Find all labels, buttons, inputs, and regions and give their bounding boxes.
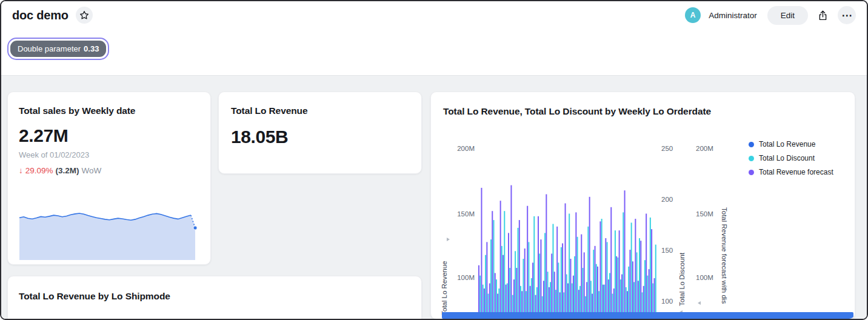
left-axis-tick: 100M <box>448 274 475 281</box>
kpi-card-total-lo-revenue[interactable]: Total Lo Revenue 18.05B <box>218 92 422 174</box>
edit-button[interactable]: Edit <box>767 6 808 25</box>
left-axis-title: Total Lo Revenue <box>441 245 448 315</box>
delta-absolute: (3.2M) <box>56 166 79 175</box>
right-axis-tick: 200M <box>696 145 713 152</box>
legend-item[interactable]: Total Lo Revenue <box>749 140 833 148</box>
axis-pan-icon[interactable] <box>447 238 450 241</box>
right-axis-title: Total Revenue forecast with dis <box>721 207 728 319</box>
mid-axis-tick: 250 <box>661 145 673 152</box>
kpi-subtitle: Week of 01/02/2023 <box>19 150 199 159</box>
dashboard-window: doc demo A Administrator Edit ⋯ <box>0 0 868 320</box>
combo-bars-svg <box>478 128 656 319</box>
legend-dot-forecast <box>749 170 754 175</box>
delta-down-arrow-icon: ↓ <box>19 166 23 175</box>
share-icon <box>817 10 829 21</box>
sales-sparkline-chart <box>19 210 202 260</box>
chart-legend: Total Lo Revenue Total Lo Discount Total… <box>749 140 833 182</box>
combo-chart-card[interactable]: Total Lo Revenue, Total Lo Discount by W… <box>430 92 855 319</box>
mid-axis-tick: 100 <box>661 298 673 305</box>
document-title: doc demo <box>12 8 68 22</box>
axis-pan-icon[interactable] <box>698 301 701 305</box>
mid-axis-tick: 150 <box>661 247 673 254</box>
chart-horizontal-scrollbar[interactable] <box>442 312 853 319</box>
shipmode-chart-card[interactable]: Total Lo Revenue by Lo Shipmode <box>7 276 422 320</box>
parameter-bar: Double parameter 0.33 <box>1 29 867 75</box>
kpi-value: 18.05B <box>231 127 409 147</box>
delta-period: WoW <box>82 166 102 175</box>
dashboard-canvas: Total sales by Weekly date 2.27M Week of… <box>1 75 867 319</box>
legend-dot-revenue <box>749 142 754 147</box>
right-axis-tick: 100M <box>696 274 713 281</box>
delta-percent: 29.09% <box>25 166 53 175</box>
more-button[interactable]: ⋯ <box>838 6 856 24</box>
legend-label: Total Lo Discount <box>759 154 815 162</box>
app-header: doc demo A Administrator Edit ⋯ <box>1 1 867 29</box>
legend-dot-discount <box>749 156 754 161</box>
card-title: Total sales by Weekly date <box>19 105 199 116</box>
kpi-delta: ↓ 29.09% (3.2M) WoW <box>19 166 199 175</box>
mid-axis-title: Total Lo Discount <box>678 242 686 306</box>
share-button[interactable] <box>816 8 830 22</box>
mid-axis-tick: 200 <box>661 196 673 203</box>
card-title: Total Lo Revenue by Lo Shipmode <box>19 291 410 302</box>
avatar[interactable]: A <box>685 7 701 23</box>
star-icon <box>79 10 89 20</box>
legend-label: Total Revenue forecast <box>759 168 833 176</box>
legend-item[interactable]: Total Lo Discount <box>749 154 833 162</box>
card-title: Total Lo Revenue <box>231 105 409 116</box>
left-axis-tick: 200M <box>448 145 475 152</box>
avatar-initial: A <box>690 11 696 19</box>
parameter-label: Double parameter <box>18 44 81 53</box>
card-title: Total Lo Revenue, Total Lo Discount by W… <box>443 106 711 117</box>
right-axis-tick: 150M <box>696 210 713 218</box>
parameter-value: 0.33 <box>84 44 99 53</box>
parameter-chip[interactable]: Double parameter 0.33 <box>7 38 109 60</box>
kpi-card-total-sales[interactable]: Total sales by Weekly date 2.27M Week of… <box>7 92 211 265</box>
favorite-star-button[interactable] <box>76 7 93 24</box>
legend-label: Total Lo Revenue <box>759 140 815 148</box>
user-name: Administrator <box>709 11 757 20</box>
left-axis-tick: 150M <box>448 210 475 218</box>
legend-item[interactable]: Total Revenue forecast <box>749 168 833 176</box>
kpi-value: 2.27M <box>19 125 199 146</box>
